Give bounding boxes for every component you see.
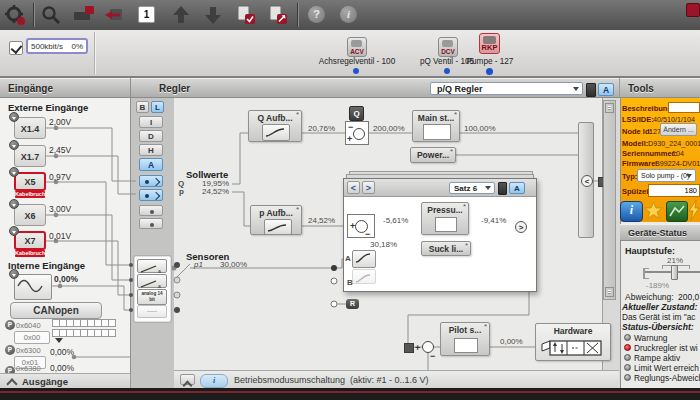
node-button[interactable] <box>139 205 163 216</box>
view-button-a[interactable]: A <box>139 158 163 171</box>
progress-line[interactable] <box>0 391 700 393</box>
canopen-button[interactable]: CANopen <box>10 302 102 319</box>
connector-widget[interactable] <box>139 189 163 201</box>
status-led <box>624 334 631 341</box>
q-conditioning-block[interactable]: Q Aufb... * <box>248 110 302 142</box>
channel-x1-7[interactable]: X1.7 <box>14 145 46 167</box>
satz-select[interactable]: Satz 6 <box>449 182 495 194</box>
diagram-scrollbar[interactable] <box>603 100 616 300</box>
rkp-icon: RKP <box>479 33 500 54</box>
status-flag-warnung: Warnung <box>634 333 667 343</box>
p-conditioning-block[interactable]: p Aufb... * <box>250 205 302 235</box>
outputs-section-bar[interactable]: Ausgänge <box>0 373 130 389</box>
view-button-i[interactable]: I <box>139 116 163 128</box>
linearization-button[interactable]: a <box>137 274 167 288</box>
device-info-button[interactable]: i <box>620 201 643 222</box>
modified-mark: * <box>484 322 487 331</box>
limit-max-circle[interactable]: > <box>515 221 527 233</box>
subbar-divider <box>94 32 95 74</box>
scrollbar-thumb[interactable] <box>605 287 614 297</box>
expand-icon[interactable] <box>9 226 19 236</box>
view-button-h[interactable]: H <box>139 144 163 156</box>
object-6040-sub[interactable]: 0x00 <box>14 331 50 344</box>
expand-icon[interactable] <box>9 140 19 150</box>
binder-icon[interactable] <box>498 182 507 195</box>
description-input[interactable] <box>668 102 700 113</box>
satz-window-titlebar[interactable]: < > Satz 6 A <box>344 179 536 197</box>
expand-icon[interactable] <box>9 199 19 209</box>
print-icon[interactable] <box>72 4 94 26</box>
channel-x1-4[interactable]: X1.4 <box>14 117 46 139</box>
pressure-block[interactable]: Pressu... * <box>421 202 469 235</box>
search-icon[interactable] <box>40 4 62 26</box>
import-icon[interactable] <box>104 4 126 26</box>
signal-generator-button[interactable] <box>14 274 52 300</box>
scrollbar-thumb[interactable] <box>605 103 614 113</box>
pilot-stage-block[interactable]: Pilot s... * <box>440 322 490 356</box>
collapse-button[interactable] <box>180 374 195 385</box>
node-button[interactable] <box>139 218 163 229</box>
device-rkp-selected[interactable]: RKP Pumpe - 127 <box>454 32 526 74</box>
limit-selector-circle[interactable]: < <box>581 175 593 187</box>
arrow-up-icon[interactable] <box>170 4 192 26</box>
record-icon[interactable] <box>686 3 700 17</box>
device-acv[interactable]: ACV Achsregelventil - 100 <box>317 34 397 74</box>
analog-14bit-button[interactable]: analog 14 bit <box>137 289 167 305</box>
feedback-ramp-button[interactable] <box>352 250 376 268</box>
chevron-right-icon <box>152 192 160 200</box>
arrow-down-icon[interactable] <box>202 4 224 26</box>
oscilloscope-button[interactable] <box>666 201 688 222</box>
doc-check-icon[interactable] <box>234 4 256 26</box>
view-button-b[interactable]: B <box>136 101 149 113</box>
ramp-icon: a <box>138 279 164 289</box>
page-one-button[interactable]: 1 <box>138 6 155 23</box>
connector-widget[interactable] <box>139 175 163 187</box>
wizard-lightning-icon[interactable] <box>689 200 700 220</box>
q-glyph: Q <box>353 109 359 118</box>
change-node-button[interactable]: Ändern ... <box>660 123 697 136</box>
doc-edit-icon[interactable] <box>266 4 288 26</box>
expand-icon[interactable] <box>9 112 19 122</box>
channel-x7[interactable]: X7 <box>14 231 46 250</box>
suction-limit-block[interactable]: Suck li... * <box>421 241 471 256</box>
connection-checkbox[interactable] <box>9 41 23 55</box>
expand-icon[interactable] <box>9 269 19 279</box>
settings-gear-icon[interactable] <box>4 4 26 26</box>
main-stage-slider-handle[interactable] <box>671 265 678 280</box>
help-icon[interactable]: ? <box>306 4 328 26</box>
control-word-bits[interactable] <box>52 319 116 327</box>
prev-set-button[interactable]: < <box>347 181 360 194</box>
r-tag: R <box>346 299 359 309</box>
view-button-l[interactable]: L <box>151 101 164 113</box>
power-block[interactable]: Power... * <box>410 147 456 163</box>
favorites-star-icon[interactable] <box>644 201 663 220</box>
channel-x6[interactable]: X6 <box>14 204 46 226</box>
mode-switch-bar[interactable]: i Betriebsmodusumschaltung (aktiv: #1 - … <box>174 370 619 390</box>
slider-min-value: -189% <box>646 281 669 290</box>
device-status-header[interactable]: Geräte-Status <box>620 224 700 241</box>
linearization-button[interactable]: a <box>137 259 167 273</box>
main-toolbar: 1 ? i <box>0 0 700 31</box>
satz-auto-button[interactable]: A <box>509 182 525 194</box>
flush-time-input[interactable] <box>648 184 700 197</box>
view-button-d[interactable]: D <box>139 130 163 142</box>
main-stage-block[interactable]: Main st... * <box>412 110 460 142</box>
info-glyph: i <box>621 203 642 218</box>
firmware-label: Firmware: <box>622 159 658 168</box>
info-icon[interactable]: i <box>338 4 360 26</box>
mode-info-pill[interactable]: i <box>200 374 228 388</box>
node-dot-icon <box>145 180 149 184</box>
info-glyph: i <box>201 375 227 387</box>
next-set-button[interactable]: > <box>362 181 375 194</box>
deviation-label: Abweichung: <box>625 292 674 302</box>
expand-icon[interactable] <box>9 167 19 177</box>
channel-x5[interactable]: X5 <box>14 172 46 191</box>
hardware-block[interactable]: Hardware <box>535 323 611 361</box>
type-select[interactable]: Solo pump - (0) <box>637 169 696 182</box>
q-sum-junction[interactable]: − + <box>345 121 369 145</box>
disabled-slot-button[interactable] <box>137 305 167 318</box>
pressure-sum-junction[interactable]: + − <box>347 214 375 238</box>
limit-min-glyph: < <box>585 177 590 186</box>
control-word-bits[interactable] <box>52 329 116 337</box>
bitrate-field[interactable]: 500kbit/s 0% <box>26 38 88 54</box>
